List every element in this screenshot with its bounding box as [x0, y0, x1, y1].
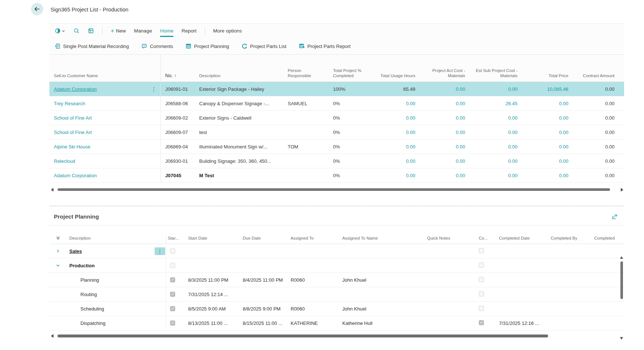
est-sub-link[interactable]: 0.00 [508, 158, 517, 164]
column-header-completed-date[interactable]: Completed Date [498, 236, 549, 244]
menu-manage[interactable]: Manage [134, 24, 152, 38]
due-date-cell[interactable]: 8/4/2025 11:00 PM [241, 277, 289, 283]
started-checkbox[interactable] [170, 292, 175, 297]
usage-link[interactable]: 0.00 [406, 130, 415, 135]
column-header-price[interactable]: Total Price [522, 73, 573, 82]
column-header-due-date[interactable]: Due Date [241, 236, 289, 244]
task-label[interactable]: Planning [66, 277, 154, 283]
scrollbar-thumb[interactable] [620, 261, 623, 299]
due-date-cell[interactable]: 8/8/2025 9:00 PM [241, 306, 289, 312]
start-date-cell[interactable]: 8/5/2025 9:00 AM [187, 306, 241, 312]
customer-link[interactable]: Adatum Corporation [54, 86, 97, 92]
scroll-up-arrow[interactable] [620, 256, 623, 259]
collapse-button[interactable] [49, 263, 66, 268]
customer-link[interactable]: Relecloud [54, 158, 75, 164]
start-date-cell[interactable]: 8/3/2025 11:00 PM [187, 277, 241, 283]
column-header-description[interactable]: Description [195, 73, 283, 82]
planning-row[interactable]: Planning 8/3/2025 11:00 PM 8/4/2025 11:0… [49, 273, 624, 287]
column-header-no[interactable]: No. ↑ [160, 55, 195, 82]
usage-link[interactable]: 0.00 [406, 173, 415, 178]
act-cost-link[interactable]: 0.00 [456, 86, 465, 92]
comments-action[interactable]: Comments [141, 43, 173, 49]
column-header-completed-by[interactable]: Completed By [549, 236, 593, 244]
price-link[interactable]: 0.00 [559, 173, 568, 178]
scroll-left-arrow[interactable] [51, 188, 53, 192]
scroll-left-arrow[interactable] [51, 334, 53, 338]
completed-checkbox[interactable] [479, 320, 484, 325]
usage-link[interactable]: 0.00 [406, 101, 415, 106]
price-link[interactable]: 10,085.46 [547, 86, 568, 92]
project-parts-report-action[interactable]: Project Parts Report [299, 43, 350, 49]
task-label[interactable]: Scheduling [66, 306, 154, 312]
table-row[interactable]: Relecloud J06930-01 Building Signage: 35… [49, 154, 624, 168]
act-cost-link[interactable]: 0.00 [456, 144, 465, 150]
column-header-start-date[interactable]: Start Date [187, 236, 241, 244]
act-cost-link[interactable]: 0.00 [456, 158, 465, 164]
menu-report[interactable]: Report [181, 24, 197, 38]
table-row[interactable]: School of Fine Art J06609-02 Exterior Si… [49, 111, 624, 125]
completed-checkbox[interactable] [479, 291, 484, 296]
planning-row[interactable]: Sales ⋮ [49, 244, 624, 258]
customer-link[interactable]: Alpine Ski House [54, 144, 90, 150]
customer-link[interactable]: Trey Research [54, 101, 85, 106]
scroll-right-arrow[interactable] [621, 188, 623, 192]
column-header-quick-notes[interactable]: Quick Notes [426, 236, 477, 244]
assigned-to-cell[interactable]: R0060 [289, 306, 341, 312]
column-header-pct[interactable]: Total Project % Completed [329, 68, 369, 82]
customer-link[interactable]: School of Fine Art [54, 130, 92, 135]
column-header-completed-checkbox[interactable]: Co... [477, 236, 498, 244]
started-checkbox[interactable] [170, 306, 175, 311]
usage-link[interactable]: 0.00 [406, 158, 415, 164]
assigned-to-cell[interactable]: KATHERINE [289, 320, 341, 326]
started-checkbox[interactable] [170, 263, 175, 268]
started-checkbox[interactable] [170, 248, 175, 254]
column-header-description[interactable]: Description [66, 236, 154, 244]
completed-date-cell[interactable]: 7/31/2025 12:16 ... [498, 320, 549, 326]
row-menu-icon[interactable]: ⋮ [151, 86, 157, 92]
table-row[interactable]: Adatum Corporation ⋮ J06091-01 Exterior … [49, 82, 624, 96]
column-header-customer[interactable]: Sell-to Customer Name [49, 73, 147, 82]
share-icon[interactable] [611, 213, 618, 220]
est-sub-link[interactable]: 0.00 [508, 173, 517, 178]
price-link[interactable]: 0.00 [559, 144, 568, 150]
usage-link[interactable]: 0.00 [406, 115, 415, 121]
customer-link[interactable]: School of Fine Art [54, 115, 92, 121]
back-button[interactable] [31, 3, 43, 15]
column-header-usage[interactable]: Total Usage Hours [369, 73, 420, 82]
est-sub-link[interactable]: 0.00 [508, 130, 517, 135]
start-date-cell[interactable]: 7/31/2025 12:14 ... [187, 292, 241, 297]
search-button[interactable] [73, 28, 80, 34]
completed-checkbox[interactable] [479, 248, 484, 253]
task-label[interactable]: Sales [69, 248, 82, 254]
column-header-completed-truncated[interactable]: Completed [593, 236, 619, 244]
planning-row[interactable]: Routing 7/31/2025 12:14 ... [49, 287, 624, 302]
act-cost-link[interactable]: 0.00 [456, 115, 465, 121]
est-sub-link[interactable]: 0.00 [508, 115, 517, 121]
analysis-button[interactable] [88, 28, 94, 34]
started-checkbox[interactable] [170, 277, 175, 282]
column-header-est-sub[interactable]: Est Sub Project Cost - Materials [470, 68, 522, 82]
collapse-all-button[interactable] [49, 236, 66, 244]
table-row[interactable]: Trey Research J06588-06 Canopy & Dispens… [49, 96, 624, 111]
expand-button[interactable] [49, 249, 66, 253]
act-cost-link[interactable]: 0.00 [456, 173, 465, 178]
assigned-to-name-cell[interactable]: John Khuel [341, 306, 426, 312]
completed-checkbox[interactable] [479, 262, 484, 268]
column-header-contract[interactable]: Contract Amount [573, 73, 619, 82]
table-row[interactable]: Alpine Ski House J06869-04 Illuminated M… [49, 140, 624, 154]
due-date-cell[interactable]: 8/15/2025 11:00 ... [241, 320, 289, 326]
act-cost-link[interactable]: 0.00 [456, 130, 465, 135]
more-options-button[interactable]: More options [213, 24, 242, 38]
column-header-assigned-to[interactable]: Assigned To [289, 236, 341, 244]
assigned-to-name-cell[interactable]: John Khuel [341, 277, 426, 283]
scrollbar-thumb[interactable] [58, 188, 610, 191]
menu-home[interactable]: Home [160, 24, 173, 38]
task-label[interactable]: Production [69, 263, 95, 268]
planning-row[interactable]: Dispatching 8/13/2025 11:00 ... 8/15/202… [49, 316, 624, 330]
row-menu-icon[interactable]: ⋮ [155, 247, 165, 255]
views-button[interactable] [55, 28, 65, 34]
column-header-person[interactable]: Person Responsible [283, 68, 329, 82]
usage-link[interactable]: 0.00 [406, 144, 415, 150]
planning-row[interactable]: Scheduling 8/5/2025 9:00 AM 8/8/2025 9:0… [49, 302, 624, 316]
est-sub-link[interactable]: 26.45 [505, 101, 517, 106]
